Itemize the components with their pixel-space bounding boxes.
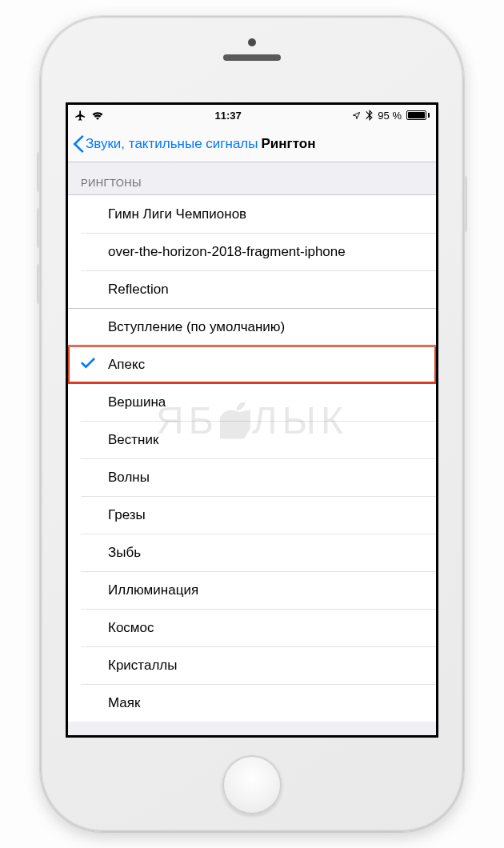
screen: 11:37 95 % <box>66 102 438 738</box>
ringtone-label: Зыбь <box>108 545 141 561</box>
ringtone-row[interactable]: Волны <box>68 458 436 496</box>
back-label: Звуки, тактильные сигналы <box>86 136 258 152</box>
ringtone-label: Вершина <box>108 394 166 410</box>
ringtone-label: Вестник <box>108 432 158 448</box>
ringtone-label: Гимн Лиги Чемпионов <box>108 206 246 222</box>
ringtone-label: Вступление (по умолчанию) <box>108 319 285 335</box>
navigation-bar: Звуки, тактильные сигналы Рингтон <box>68 126 436 162</box>
ringtone-row[interactable]: Вершина <box>68 383 436 421</box>
ringtone-label: Грезы <box>108 507 146 523</box>
ringtone-label: Кристаллы <box>108 658 177 674</box>
back-button[interactable]: Звуки, тактильные сигналы <box>73 135 258 153</box>
ringtone-row[interactable]: Зыбь <box>68 534 436 571</box>
bluetooth-icon <box>366 110 373 121</box>
chevron-left-icon <box>73 135 84 153</box>
ringtone-label: Апекс <box>108 357 145 373</box>
ringtone-label: Reflection <box>108 282 169 298</box>
ringtone-row[interactable]: Reflection <box>68 270 436 308</box>
proximity-sensor <box>248 38 256 46</box>
ringtone-label: Космос <box>108 620 154 636</box>
ringtone-label: Волны <box>108 470 150 486</box>
home-button[interactable] <box>222 755 282 814</box>
ringtone-row[interactable]: Гимн Лиги Чемпионов <box>68 195 436 233</box>
device-frame: 11:37 95 % <box>40 16 464 832</box>
ringtone-row[interactable]: Кристаллы <box>68 646 436 684</box>
airplane-mode-icon <box>74 110 86 122</box>
earpiece <box>223 54 281 61</box>
ringtone-row[interactable]: Апекс <box>68 346 436 383</box>
ringtone-label: Иллюминация <box>108 582 198 598</box>
ringtone-row[interactable]: Вступление (по умолчанию) <box>68 308 436 346</box>
checkmark-icon <box>81 356 97 373</box>
ringtone-row[interactable]: over-the-horizon-2018-fragment-iphone <box>68 233 436 270</box>
ringtone-row[interactable]: Грезы <box>68 496 436 534</box>
location-icon <box>352 111 361 120</box>
ringtone-row[interactable]: Космос <box>68 609 436 646</box>
status-bar: 11:37 95 % <box>68 105 436 126</box>
ringtone-row[interactable]: Иллюминация <box>68 571 436 609</box>
status-time: 11:37 <box>215 110 242 122</box>
ringtone-label: over-the-horizon-2018-fragment-iphone <box>108 244 346 260</box>
page-title: Рингтон <box>262 136 316 152</box>
ringtone-label: Маяк <box>108 695 140 711</box>
battery-percent: 95 % <box>378 110 402 122</box>
wifi-icon <box>91 110 104 120</box>
battery-icon <box>406 110 430 120</box>
section-header-ringtones: РИНГТОНЫ <box>68 162 436 195</box>
ringtone-row[interactable]: Вестник <box>68 421 436 458</box>
ringtone-list[interactable]: Гимн Лиги Чемпионовover-the-horizon-2018… <box>68 195 436 722</box>
ringtone-row[interactable]: Маяк <box>68 684 436 722</box>
